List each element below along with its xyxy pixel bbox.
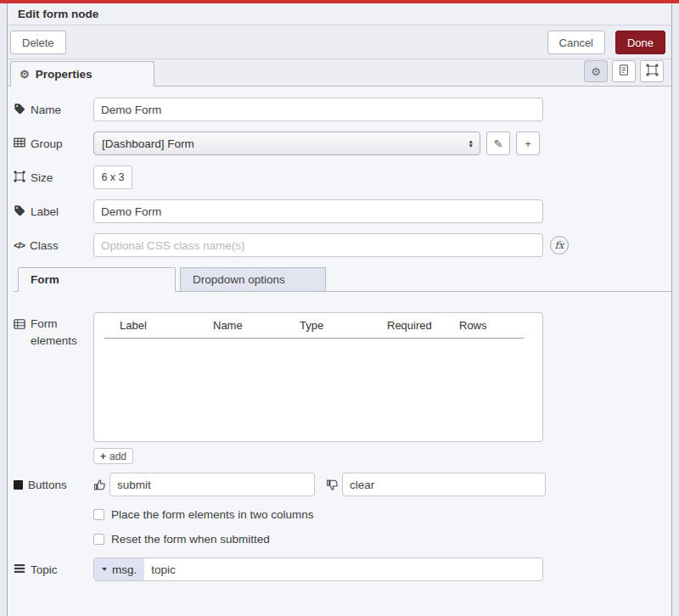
- topic-row: Topic msg.: [14, 557, 671, 581]
- form-elements-table-header: Label Name Type Required Rows: [104, 319, 524, 339]
- topic-type-label: msg.: [112, 563, 137, 576]
- label-row: Label: [14, 199, 671, 223]
- size-label: Size: [14, 171, 93, 185]
- topic-input[interactable]: [144, 558, 542, 580]
- form-elements-editor: Label Name Type Required Rows: [93, 312, 543, 442]
- edit-form-node-dialog: Edit form node Delete Cancel Done ⚙ Prop…: [7, 3, 672, 616]
- properties-form: Name Group [Dashboard] Form ▲ ▼ ✎: [8, 87, 671, 581]
- column-type: Type: [300, 319, 387, 332]
- reset-form-option: Reset the form when submitted: [93, 533, 671, 546]
- group-label: Group: [14, 137, 93, 151]
- appearance-button[interactable]: [640, 60, 664, 82]
- submit-button-input[interactable]: [109, 473, 315, 496]
- tab-icon-buttons: ⚙: [584, 60, 664, 82]
- class-row: </> Class fx: [14, 233, 671, 257]
- tasks-icon: [14, 563, 25, 577]
- topic-label: Topic: [14, 563, 93, 577]
- fx-expand-button[interactable]: fx: [550, 236, 569, 255]
- column-label: Label: [120, 319, 213, 332]
- buttons-row: Buttons: [14, 473, 671, 496]
- topic-type-selector[interactable]: msg.: [94, 558, 144, 580]
- column-rows: Rows: [459, 319, 510, 332]
- tab-properties[interactable]: ⚙ Properties: [10, 61, 154, 87]
- class-label: </> Class: [14, 239, 93, 252]
- tag-icon: [14, 204, 25, 219]
- name-input[interactable]: [93, 98, 543, 121]
- select-arrows-icon: ▲ ▼: [469, 139, 474, 148]
- caret-down-icon: [102, 568, 107, 571]
- dialog-tab-bar: ⚙ Properties ⚙: [8, 59, 671, 87]
- add-group-button[interactable]: +: [516, 132, 540, 155]
- label-label: Label: [14, 204, 93, 219]
- done-button[interactable]: Done: [615, 31, 665, 54]
- form-subtabs: Form Dropdown options: [14, 267, 671, 292]
- column-required: Required: [387, 319, 459, 332]
- object-group-icon: [646, 64, 659, 79]
- pencil-icon: ✎: [494, 137, 503, 150]
- topic-typed-input: msg.: [93, 557, 543, 581]
- plus-icon: +: [100, 451, 106, 462]
- reset-form-label: Reset the form when submitted: [111, 533, 270, 546]
- name-label: Name: [14, 103, 93, 117]
- cancel-button[interactable]: Cancel: [547, 31, 605, 54]
- class-input[interactable]: [93, 233, 543, 257]
- subtab-dropdown-options[interactable]: Dropdown options: [180, 267, 326, 291]
- size-row: Size 6 x 3: [14, 165, 671, 189]
- tab-properties-label: Properties: [36, 68, 93, 81]
- edit-group-button[interactable]: ✎: [486, 132, 510, 155]
- name-row: Name: [14, 98, 671, 121]
- clear-button-input[interactable]: [342, 473, 546, 496]
- thumbs-down-icon: [326, 479, 339, 491]
- plus-icon: +: [525, 137, 531, 150]
- list-icon: [14, 316, 25, 349]
- gear-icon: ⚙: [20, 69, 30, 80]
- object-group-icon: [14, 171, 25, 185]
- form-elements-row: Form elements Label Name Type Required R…: [14, 312, 671, 442]
- size-button[interactable]: 6 x 3: [93, 165, 132, 189]
- add-element-button[interactable]: + add: [93, 448, 133, 464]
- group-select-value: [Dashboard] Form: [102, 137, 194, 150]
- document-icon: [618, 64, 630, 79]
- description-button[interactable]: [612, 60, 636, 82]
- table-icon: [14, 137, 25, 151]
- group-row: Group [Dashboard] Form ▲ ▼ ✎ +: [14, 132, 671, 155]
- dialog-toolbar: Delete Cancel Done: [8, 25, 671, 59]
- tag-icon: [14, 103, 25, 117]
- two-columns-label: Place the form elements in two columns: [111, 508, 314, 521]
- dialog-title: Edit form node: [8, 3, 671, 25]
- group-select[interactable]: [Dashboard] Form ▲ ▼: [93, 132, 480, 155]
- properties-gear-button[interactable]: ⚙: [584, 60, 608, 82]
- square-icon: [14, 480, 23, 490]
- thumbs-up-icon: [93, 479, 106, 491]
- form-elements-table: Label Name Type Required Rows: [93, 312, 543, 442]
- two-columns-checkbox[interactable]: [93, 509, 104, 520]
- column-name: Name: [213, 319, 300, 332]
- two-columns-option: Place the form elements in two columns: [93, 508, 671, 521]
- buttons-label: Buttons: [14, 479, 93, 491]
- label-input[interactable]: [93, 199, 543, 223]
- gear-icon: ⚙: [591, 66, 601, 77]
- code-icon: </>: [14, 240, 25, 250]
- reset-form-checkbox[interactable]: [93, 534, 104, 545]
- subtab-form[interactable]: Form: [18, 267, 176, 292]
- form-elements-label: Form elements: [14, 312, 93, 349]
- delete-button[interactable]: Delete: [10, 31, 66, 54]
